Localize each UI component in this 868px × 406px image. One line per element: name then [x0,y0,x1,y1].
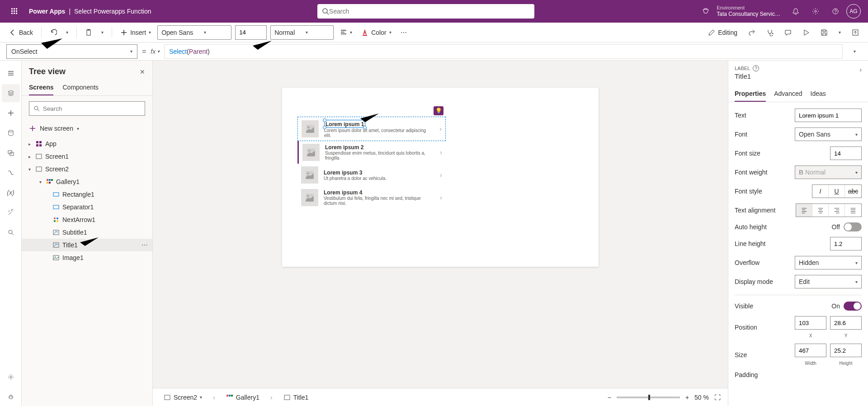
fx-label[interactable]: fx▾ [151,48,160,55]
font-weight-select[interactable]: Normal▾ [270,25,334,40]
font-size-input[interactable] [235,25,267,40]
search-input[interactable] [329,8,530,15]
breadcrumb-gallery1[interactable]: Gallery1 [222,392,263,403]
info-icon[interactable]: ? [753,65,759,71]
prop-font-select[interactable]: Open Sans▾ [795,127,862,141]
rail-virtual-agent[interactable] [2,388,20,406]
next-arrow-icon[interactable]: › [439,125,442,132]
align-right-button[interactable] [829,204,845,217]
tab-components[interactable]: Components [62,80,98,95]
align-center-button[interactable] [812,204,829,217]
tree-search[interactable] [29,101,145,116]
comments-button[interactable] [782,27,794,38]
tree-node-gallery1[interactable]: ▾Gallery1 [22,175,152,188]
next-arrow-icon[interactable]: › [440,171,442,179]
prop-position-x[interactable] [795,316,826,330]
underline-button[interactable]: U [829,185,845,198]
back-button[interactable]: Back [6,27,36,38]
breadcrumb-screen2[interactable]: Screen2▾ [160,392,206,403]
prop-text-input[interactable] [795,109,862,122]
prop-size-h[interactable] [830,344,862,357]
prop-fontweight-select[interactable]: B Normal▾ [795,165,862,179]
share-button[interactable] [745,27,758,38]
app-launcher[interactable] [4,0,25,22]
rail-media[interactable] [2,144,20,162]
preview-button[interactable] [800,27,812,38]
tree-node-title1[interactable]: Title1⋯ [22,239,152,251]
paste-menu[interactable]: ▾ [99,28,106,37]
app-canvas[interactable]: 💡 Lorem ipsum 1 Lorem ipsum dolor sit am… [282,88,599,267]
settings-button[interactable] [807,2,825,20]
app-name[interactable]: Power Apps [25,8,69,15]
rail-hamburger[interactable] [2,64,20,82]
app-checker-button[interactable] [764,27,776,38]
formula-input[interactable]: Select(Parent) [164,44,843,59]
tree-node-screen1[interactable]: ▸Screen1 [22,150,152,163]
tree-node-image1[interactable]: Image1 [22,251,152,264]
tree-node-separator1[interactable]: Separator1 [22,201,152,213]
canvas-scroll[interactable]: 💡 Lorem ipsum 1 Lorem ipsum dolor sit am… [153,61,728,388]
formula-expand[interactable]: ▾ [847,44,862,59]
collapse-panel[interactable]: › [859,66,862,73]
gallery-item[interactable]: Lorem ipsum 2Suspendisse enim metus, tin… [297,141,446,164]
save-menu[interactable]: ▾ [836,28,844,37]
insert-button[interactable]: Insert ▾ [118,27,154,38]
tab-properties[interactable]: Properties [735,86,766,102]
prop-lineheight-input[interactable] [830,237,862,250]
title-control-selected[interactable]: Lorem ipsum 1 [324,120,365,128]
tab-screens[interactable]: Screens [29,80,53,95]
rail-settings[interactable] [2,368,20,386]
zoom-thumb[interactable] [648,395,650,400]
tree-node-app[interactable]: ▸App [22,137,152,150]
align-justify-button[interactable] [845,204,861,217]
rail-data[interactable] [2,124,20,142]
gallery-control[interactable]: 💡 Lorem ipsum 1 Lorem ipsum dolor sit am… [297,117,446,209]
tree-node-nextarrow1[interactable]: NextArrow1 [22,213,152,226]
font-family-select[interactable]: Open Sans▾ [157,25,231,40]
rail-variables[interactable]: (x) [2,184,20,202]
notifications-button[interactable] [787,2,805,20]
breadcrumb-title1[interactable]: Title1 [280,392,312,403]
next-arrow-icon[interactable]: › [440,149,442,156]
prop-displaymode-select[interactable]: Edit▾ [795,275,862,288]
rail-insert[interactable] [2,104,20,122]
next-arrow-icon[interactable]: › [440,194,442,201]
user-avatar[interactable]: AG [846,4,861,19]
publish-button[interactable] [849,27,862,38]
tree-search-input[interactable] [43,105,141,112]
environment-icon[interactable] [697,2,715,20]
gallery-item[interactable]: 💡 Lorem ipsum 1 Lorem ipsum dolor sit am… [297,117,446,141]
prop-overflow-select[interactable]: Hidden▾ [795,256,862,269]
align-button[interactable]: ▾ [337,27,355,38]
zoom-slider[interactable] [617,397,680,398]
fit-to-window[interactable]: ⛶ [714,394,721,401]
save-button[interactable] [818,27,830,38]
prop-size-w[interactable] [795,344,826,357]
tree-node-more[interactable]: ⋯ [142,241,148,249]
visible-toggle[interactable] [844,302,862,311]
new-screen-button[interactable]: New screen ▾ [22,121,152,136]
zoom-out[interactable]: − [608,394,611,401]
color-button[interactable]: Color▾ [359,27,394,38]
rail-search[interactable] [2,223,20,241]
paste-button[interactable] [82,27,95,38]
more-options[interactable]: ⋯ [398,27,410,38]
tab-ideas[interactable]: Ideas [811,86,826,102]
environment-picker[interactable]: Environment Tata Consultancy Servic… [717,5,780,18]
prop-fontsize-input[interactable] [830,146,862,160]
tab-advanced[interactable]: Advanced [774,86,802,102]
tree-node-rectangle1[interactable]: Rectangle1 [22,188,152,201]
tree-node-screen2[interactable]: ▾Screen2 [22,163,152,175]
undo-menu[interactable]: ▾ [63,28,71,37]
autoheight-toggle[interactable] [844,222,862,231]
rail-power-automate[interactable] [2,164,20,182]
tree-node-subtitle1[interactable]: Subtitle1 [22,226,152,239]
prop-position-y[interactable] [830,316,862,330]
undo-button[interactable] [47,27,60,38]
editing-mode[interactable]: Editing [705,27,740,38]
property-selector[interactable]: OnSelect ▾ [6,44,137,59]
italic-button[interactable]: I [812,185,829,198]
gallery-item[interactable]: Lorem ipsum 4Vestibulum dui felis, fring… [297,186,446,209]
help-button[interactable]: ? [826,2,844,20]
gallery-item[interactable]: Lorem ipsum 3Ut pharetra a dolor ac vehi… [297,164,446,186]
